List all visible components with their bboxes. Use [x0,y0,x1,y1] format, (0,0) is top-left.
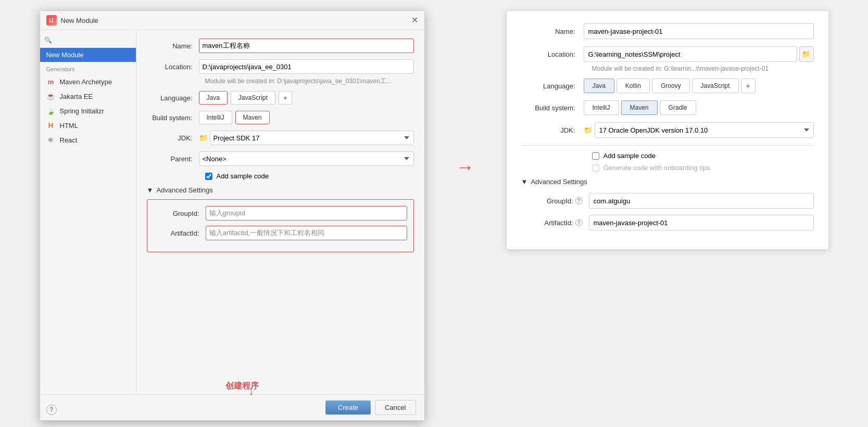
jakarta-icon: ☕ [46,92,56,101]
right-jdk-label: JDK: [521,126,584,134]
help-icon[interactable]: ? [46,405,57,415]
right-generate-row: Generate code with onboarding tips [592,164,814,172]
right-generate-checkbox[interactable] [592,164,599,172]
name-input[interactable] [199,38,414,53]
right-lang-groovy-btn[interactable]: Groovy [652,79,690,93]
right-location-row: Location: 📁 [521,46,814,62]
right-jdk-select[interactable]: 17 Oracle OpenJDK version 17.0.10 [595,122,814,138]
parent-select[interactable]: <None> [199,151,414,166]
sidebar: 🔍 New Module Generators m Maven Archetyp… [40,30,136,394]
divider [521,145,814,146]
advanced-label: Advanced Settings [156,186,212,194]
jdk-row: JDK: 📁 Project SDK 17 [147,131,414,145]
right-advanced-header[interactable]: ▼ Advanced Settings [521,178,814,186]
sidebar-item-maven-archetype[interactable]: m Maven Archetype [40,74,136,89]
groupid-row: GroupId: [154,206,407,221]
right-language-label: Language: [521,82,584,90]
sidebar-item-new-module[interactable]: New Module [40,48,136,62]
sample-code-checkbox[interactable] [205,173,212,180]
react-icon: ⚛ [46,135,56,145]
right-lang-add-btn[interactable]: + [741,79,756,93]
spring-icon: 🍃 [46,106,56,115]
right-name-row: Name: [521,23,814,39]
build-label: Build system: [147,114,199,122]
right-lang-kotlin-btn[interactable]: Kotlin [617,79,650,93]
build-intellij-btn[interactable]: IntelliJ [199,111,232,124]
right-language-row: Language: Java Kotlin Groovy JavaScript … [521,79,814,93]
right-groupid-input[interactable] [589,193,814,209]
left-dialog: IJ New Module ✕ 🔍 New Module Generators … [40,10,425,421]
sidebar-item-jakarta-ee[interactable]: ☕ Jakarta EE [40,89,136,103]
right-generate-label: Generate code with onboarding tips [603,164,710,172]
title-left: IJ New Module [46,15,98,25]
artifactid-label: ArtifactId: [154,229,206,237]
right-advanced-chevron-icon: ▼ [521,178,528,186]
location-input[interactable] [199,59,414,74]
right-location-wrapper: 📁 [584,46,814,62]
right-build-maven-btn[interactable]: Maven [621,100,658,115]
right-build-label: Build system: [521,104,584,112]
right-jdk-row: JDK: 📁 17 Oracle OpenJDK version 17.0.10 [521,122,814,138]
right-artifactid-label: ArtifactId: ? [521,219,589,227]
close-button[interactable]: ✕ [411,16,418,24]
language-row: Language: Java JavaScript + [147,91,414,105]
artifactid-input[interactable] [206,226,407,240]
advanced-header[interactable]: ▼ Advanced Settings [147,186,414,194]
generators-label: Generators [40,62,136,74]
name-row: Name: [147,38,414,53]
language-add-btn[interactable]: + [279,91,292,105]
dialog-body: 🔍 New Module Generators m Maven Archetyp… [40,30,424,394]
maven-icon: m [46,77,56,86]
jdk-label: JDK: [147,134,199,142]
right-sample-checkbox[interactable] [592,152,599,160]
groupid-help-icon[interactable]: ? [575,197,583,204]
right-name-input[interactable] [584,23,814,39]
artifactid-help-icon[interactable]: ? [575,219,583,226]
right-advanced-area: ▼ Advanced Settings GroupId: ? ArtifactI… [521,178,814,230]
sample-code-row: Add sample code [205,172,414,180]
search-box: 🔍 [44,36,132,44]
main-form: Name: Location: Module will be created i… [136,30,424,394]
groupid-input[interactable] [206,206,407,221]
sidebar-item-label: HTML [60,122,78,130]
dialog-title: New Module [61,17,98,24]
language-button-group: Java JavaScript + [199,91,292,105]
right-lang-java-btn[interactable]: Java [584,79,614,93]
sidebar-item-label: React [60,136,78,144]
language-label: Language: [147,94,199,102]
build-maven-btn[interactable]: Maven [235,111,270,124]
language-js-btn[interactable]: JavaScript [231,91,275,105]
right-language-group: Java Kotlin Groovy JavaScript + [584,79,756,93]
language-java-btn[interactable]: Java [199,91,228,105]
location-label: Location: [147,63,199,71]
parent-label: Parent: [147,155,199,163]
right-location-input[interactable] [584,46,797,62]
dialog-footer: ? 创建程序 ↓ Create Cancel [40,394,424,420]
advanced-chevron-icon: ▼ [147,186,154,194]
sidebar-item-spring[interactable]: 🍃 Spring Initializr [40,103,136,118]
right-panel: Name: Location: 📁 Module will be created… [506,10,829,250]
right-build-intellij-btn[interactable]: IntelliJ [584,100,619,115]
right-artifactid-row: ArtifactId: ? [521,215,814,230]
right-sample-label: Add sample code [603,152,656,160]
right-artifactid-input[interactable] [589,215,814,230]
right-lang-js-btn[interactable]: JavaScript [692,79,739,93]
right-build-gradle-btn[interactable]: Gradle [660,100,696,115]
html-icon: H [46,121,56,130]
jdk-select[interactable]: Project SDK 17 [210,131,414,145]
sidebar-item-html[interactable]: H HTML [40,118,136,133]
sidebar-item-label: Spring Initializr [60,107,104,115]
right-advanced-label: Advanced Settings [531,178,587,186]
browse-button[interactable]: 📁 [799,46,814,62]
arrow-icon: → [456,156,475,178]
create-button[interactable]: Create [325,400,371,415]
search-icon: 🔍 [44,36,52,44]
right-build-row: Build system: IntelliJ Maven Gradle [521,100,814,115]
cancel-button[interactable]: Cancel [375,400,416,415]
build-row: Build system: IntelliJ Maven [147,111,414,124]
sidebar-item-react[interactable]: ⚛ React [40,133,136,147]
build-button-group: IntelliJ Maven [199,111,270,124]
location-hint: Module will be created in: D:\javaprojec… [205,77,414,86]
right-groupid-label: GroupId: ? [521,197,589,205]
artifactid-row: ArtifactId: [154,226,407,240]
